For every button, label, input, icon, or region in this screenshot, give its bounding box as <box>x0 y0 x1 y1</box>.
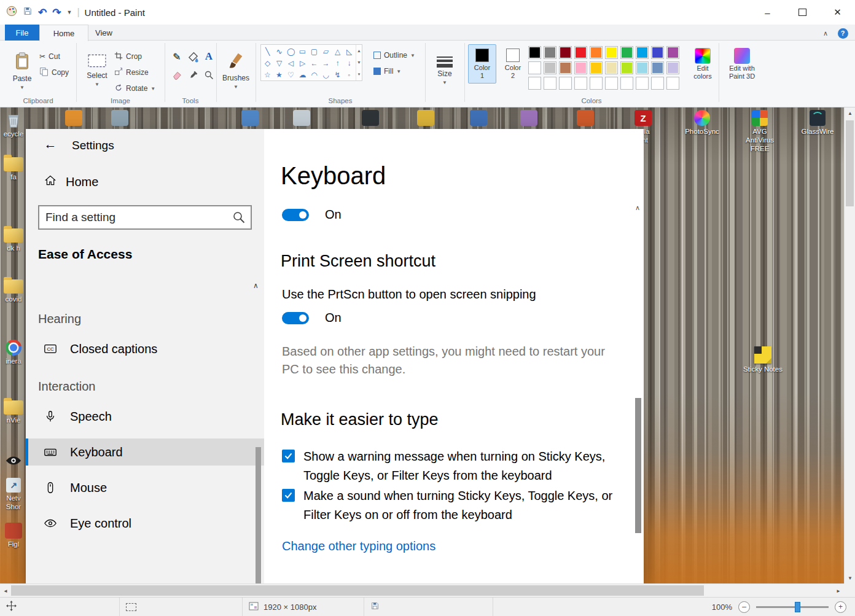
shape-tool-icon[interactable]: ◡ <box>320 69 332 80</box>
color-swatch[interactable] <box>559 77 572 90</box>
minimize-button[interactable]: – <box>750 0 785 25</box>
desktop-icon[interactable]: AVG AntiVirus FREE <box>738 110 781 153</box>
shape-tool-icon[interactable]: ◯ <box>285 45 297 57</box>
color-swatch[interactable] <box>651 46 664 59</box>
vertical-scrollbar[interactable]: ▲ ▼ <box>844 107 855 583</box>
rotate-button[interactable]: Rotate ▼ <box>114 81 155 96</box>
color-swatch[interactable] <box>636 46 649 59</box>
color-swatch[interactable] <box>544 61 556 74</box>
desktop-icon[interactable]: ecycle <box>0 112 27 139</box>
desktop-icon[interactable] <box>228 110 271 126</box>
brushes-button[interactable]: Brushes ▼ <box>220 44 252 97</box>
collapse-ribbon-icon[interactable]: ∧ <box>819 27 832 39</box>
horizontal-scrollbar-thumb[interactable] <box>11 585 704 596</box>
undo-icon[interactable]: ↶ <box>38 6 47 19</box>
color-swatch[interactable] <box>574 46 587 59</box>
desktop-icon[interactable] <box>52 110 95 126</box>
desktop-icon[interactable]: inera <box>0 340 27 366</box>
shape-tool-icon[interactable]: ☆ <box>262 69 273 80</box>
shape-tool-icon[interactable]: ← <box>308 57 320 69</box>
desktop-icon[interactable] <box>457 110 500 126</box>
redo-icon[interactable]: ↷ <box>52 6 61 19</box>
color-swatch[interactable] <box>651 77 664 90</box>
scroll-up-icon[interactable]: ▲ <box>845 107 855 119</box>
sidebar-item-mouse[interactable]: Mouse <box>26 474 264 501</box>
sidebar-item-speech[interactable]: Speech <box>26 403 264 430</box>
shape-tool-icon[interactable]: ◺ <box>343 45 355 57</box>
color-swatch[interactable] <box>666 46 679 59</box>
color-swatch[interactable] <box>636 77 649 90</box>
cut-button[interactable]: ✂Cut <box>39 49 60 64</box>
color-swatch[interactable] <box>666 77 679 90</box>
color-swatch[interactable] <box>651 61 664 74</box>
search-input[interactable] <box>39 206 232 228</box>
shape-tool-icon[interactable]: ◦ <box>343 69 355 80</box>
sound-checkbox[interactable] <box>282 489 295 502</box>
shape-tool-icon[interactable]: ♡ <box>285 69 297 80</box>
shape-tool-icon[interactable]: ╲ <box>262 45 273 57</box>
color-picker-tool-icon[interactable] <box>185 68 200 82</box>
back-icon[interactable]: ← <box>41 135 60 154</box>
desktop-icon[interactable]: ↗Netv Shor <box>0 478 27 512</box>
keyboard-toggle[interactable] <box>282 209 309 221</box>
fill-bucket-tool-icon[interactable] <box>185 49 200 64</box>
color-swatch[interactable] <box>605 46 618 59</box>
desktop-icon[interactable]: covid <box>0 279 27 304</box>
quick-access-dropdown-icon[interactable]: ▼ <box>67 9 72 15</box>
zoom-slider-thumb[interactable] <box>795 602 800 612</box>
zoom-slider[interactable] <box>756 606 829 608</box>
zoom-in-button[interactable]: + <box>835 601 846 613</box>
scroll-down-icon[interactable]: ▼ <box>845 572 855 583</box>
select-button[interactable]: Select ▼ <box>81 44 113 97</box>
sidebar-item-eye-control[interactable]: Eye control <box>26 510 264 537</box>
shape-tool-icon[interactable]: ▭ <box>297 45 308 57</box>
color-swatch[interactable] <box>528 77 541 90</box>
shape-tool-icon[interactable]: ▽ <box>273 57 285 69</box>
color-swatch[interactable] <box>605 61 618 74</box>
color-swatch[interactable] <box>605 77 618 90</box>
search-icon[interactable] <box>232 211 246 224</box>
content-scrollbar-thumb[interactable] <box>635 398 641 533</box>
edit-colors-button[interactable]: Edit colors <box>687 44 719 84</box>
tab-file[interactable]: File <box>5 25 39 41</box>
shape-tool-icon[interactable]: ◠ <box>308 69 320 80</box>
color-swatch[interactable] <box>620 46 633 59</box>
warning-checkbox[interactable] <box>282 450 295 462</box>
desktop-icon[interactable] <box>280 110 323 126</box>
shape-tool-icon[interactable]: ◁ <box>285 57 297 69</box>
desktop-icon[interactable]: Figl <box>0 523 27 549</box>
paste-button[interactable]: Paste ▼ <box>6 44 38 97</box>
color-swatch[interactable] <box>636 61 649 74</box>
shape-tool-icon[interactable]: ◇ <box>262 57 273 69</box>
color2-button[interactable]: Color 2 <box>499 44 527 84</box>
desktop-icon[interactable] <box>404 110 447 126</box>
desktop-icon[interactable] <box>507 110 550 126</box>
text-tool-icon[interactable]: A <box>201 49 216 64</box>
change-typing-options-link[interactable]: Change other typing options <box>282 539 435 553</box>
color-swatch[interactable] <box>620 77 633 90</box>
shape-tool-icon[interactable]: ↯ <box>332 69 343 80</box>
shapes-more-icon[interactable]: ▾ <box>358 72 361 77</box>
sidebar-item-closed-captions[interactable]: CCClosed captions <box>26 335 264 362</box>
eraser-tool-icon[interactable] <box>170 68 184 82</box>
zoom-out-button[interactable]: – <box>738 601 750 613</box>
color-swatch[interactable] <box>559 46 572 59</box>
desktop-icon[interactable]: fa <box>0 157 27 182</box>
shape-tool-icon[interactable]: ▢ <box>308 45 320 57</box>
save-icon[interactable] <box>23 6 33 18</box>
magnifier-tool-icon[interactable] <box>201 68 216 82</box>
color-swatch[interactable] <box>620 61 633 74</box>
tab-view[interactable]: View <box>88 25 119 41</box>
shape-tool-icon[interactable]: ★ <box>273 69 285 80</box>
color-swatch[interactable] <box>559 61 572 74</box>
shape-tool-icon[interactable]: ↓ <box>343 57 355 69</box>
shape-tool-icon[interactable]: ∿ <box>273 45 285 57</box>
color-swatch[interactable] <box>574 77 587 90</box>
desktop-icon[interactable] <box>564 110 607 126</box>
pencil-tool-icon[interactable]: ✎ <box>170 49 184 64</box>
sidebar-scrollbar-thumb[interactable] <box>256 447 261 583</box>
crop-button[interactable]: Crop <box>114 49 142 64</box>
shape-tool-icon[interactable]: ▷ <box>297 57 308 69</box>
desktop-icon[interactable]: dk h <box>0 228 27 253</box>
desktop-icon[interactable]: PhotoSync <box>681 110 724 136</box>
